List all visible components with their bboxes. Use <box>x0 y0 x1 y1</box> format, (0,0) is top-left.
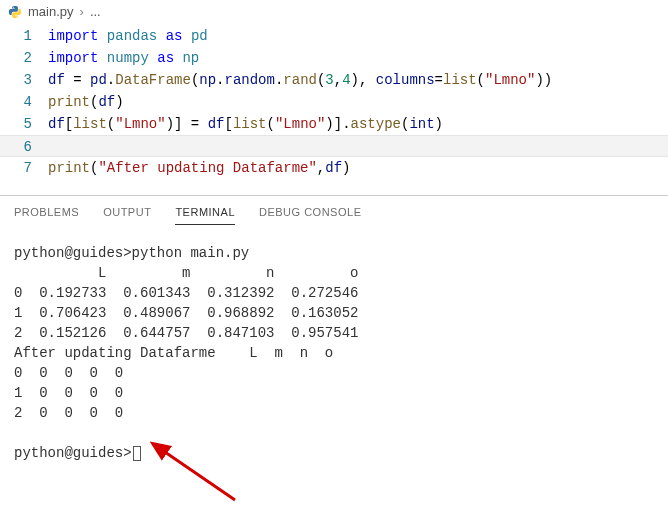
line-number: 5 <box>0 113 48 135</box>
line-number: 1 <box>0 25 48 47</box>
code-content[interactable]: print("After updating Datafarme",df) <box>48 157 668 179</box>
terminal-output[interactable]: python@guides>python main.py L m n o 0 0… <box>0 225 668 477</box>
breadcrumb-separator: › <box>80 4 84 19</box>
python-file-icon <box>8 5 22 19</box>
tab-terminal[interactable]: TERMINAL <box>175 206 235 225</box>
code-line[interactable]: 7print("After updating Datafarme",df) <box>0 157 668 179</box>
line-number: 6 <box>0 136 48 156</box>
terminal-prompt[interactable]: python@guides> <box>14 443 654 463</box>
line-number: 7 <box>0 157 48 179</box>
code-line[interactable]: 1import pandas as pd <box>0 25 668 47</box>
breadcrumb: main.py › ... <box>0 0 668 23</box>
panel-tabs: PROBLEMS OUTPUT TERMINAL DEBUG CONSOLE <box>0 198 668 225</box>
line-number: 4 <box>0 91 48 113</box>
breadcrumb-ellipsis[interactable]: ... <box>90 4 101 19</box>
code-content[interactable]: print(df) <box>48 91 668 113</box>
code-line[interactable]: 5df[list("Lmno")] = df[list("Lmno")].ast… <box>0 113 668 135</box>
code-line[interactable]: 3df = pd.DataFrame(np.random.rand(3,4), … <box>0 69 668 91</box>
tab-output[interactable]: OUTPUT <box>103 206 151 225</box>
code-line[interactable]: 4print(df) <box>0 91 668 113</box>
code-content[interactable]: import pandas as pd <box>48 25 668 47</box>
code-line[interactable]: 6 <box>0 135 668 157</box>
line-number: 3 <box>0 69 48 91</box>
code-content[interactable]: df[list("Lmno")] = df[list("Lmno")].asty… <box>48 113 668 135</box>
code-content[interactable] <box>48 136 668 156</box>
tab-debug-console[interactable]: DEBUG CONSOLE <box>259 206 361 225</box>
tab-problems[interactable]: PROBLEMS <box>14 206 79 225</box>
terminal-cursor <box>133 446 141 461</box>
code-content[interactable]: df = pd.DataFrame(np.random.rand(3,4), c… <box>48 69 668 91</box>
code-editor[interactable]: 1import pandas as pd2import numpy as np3… <box>0 23 668 189</box>
line-number: 2 <box>0 47 48 69</box>
breadcrumb-file[interactable]: main.py <box>28 4 74 19</box>
code-line[interactable]: 2import numpy as np <box>0 47 668 69</box>
code-content[interactable]: import numpy as np <box>48 47 668 69</box>
